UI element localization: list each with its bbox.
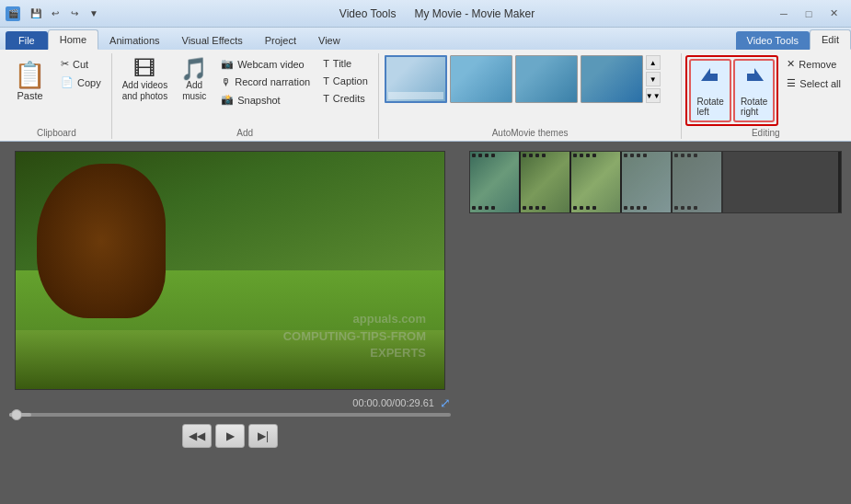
sprocket-bottom-4	[624, 206, 669, 211]
next-frame-button[interactable]: ▶|	[248, 424, 278, 448]
video-canvas[interactable]: appuals.com COMPUTING-TIPS-FROM EXPERTS	[15, 151, 445, 390]
cut-icon: ✂	[61, 58, 69, 70]
film-strip	[470, 152, 723, 212]
window-controls: ─ □ ✕	[772, 5, 845, 23]
add-videos-icon: 🎞	[133, 58, 155, 80]
rotate-right-button[interactable]: Rotate right	[733, 59, 775, 122]
svg-marker-0	[701, 68, 710, 81]
webcam-button[interactable]: 📷 Webcam video	[216, 55, 315, 73]
title-button[interactable]: T Title	[318, 55, 373, 72]
add-music-label: Add music	[182, 80, 206, 102]
video-preview: appuals.com COMPUTING-TIPS-FROM EXPERTS …	[0, 142, 460, 504]
time-display: 00:00.00/00:29.61 ⤢	[9, 395, 451, 410]
more-button[interactable]: ▼	[86, 6, 102, 22]
minimize-button[interactable]: ─	[772, 5, 796, 23]
credits-label: Credits	[333, 93, 365, 104]
caption-button[interactable]: T Caption	[318, 73, 373, 89]
sprocket-top-2	[523, 154, 568, 158]
tab-file[interactable]: File	[6, 31, 48, 50]
tab-view[interactable]: View	[307, 31, 351, 50]
sprocket-bottom-3	[573, 206, 618, 211]
credits-icon: T	[323, 93, 329, 104]
select-all-button[interactable]: ☰ Select all	[782, 74, 845, 92]
editing-content: Rotate left Rotate right ✕ Remove	[685, 55, 845, 126]
editing-right: ✕ Remove ☰ Select all	[782, 55, 845, 92]
tab-video-tools[interactable]: Video Tools	[736, 31, 810, 50]
select-all-icon: ☰	[787, 77, 796, 89]
title-label: Title	[333, 58, 351, 69]
automovie-label: AutoMovie themes	[385, 126, 676, 139]
themes-scroll-down[interactable]: ▼	[646, 72, 661, 86]
clipboard-label: Clipboard	[7, 126, 106, 139]
window-title: Video Tools My Movie - Movie Maker	[102, 7, 772, 20]
save-button[interactable]: 💾	[28, 6, 44, 22]
text-column: T Title T Caption T Credits	[318, 55, 373, 107]
expand-button[interactable]: ⤢	[440, 395, 451, 410]
play-button[interactable]: ▶	[215, 424, 245, 448]
record-label: Record narration	[235, 76, 310, 87]
record-narration-button[interactable]: 🎙 Record narration	[216, 74, 315, 90]
snapshot-label: Snapshot	[237, 95, 280, 106]
rewind-button[interactable]: ◀◀	[182, 424, 212, 448]
cut-label: Cut	[73, 59, 88, 70]
theme-2[interactable]	[450, 55, 512, 103]
clipboard-column: ✂ Cut 📄 Copy	[56, 55, 106, 91]
record-icon: 🎙	[221, 76, 231, 87]
rotate-right-label: Rotate right	[741, 97, 767, 117]
add-videos-label: Add videos and photos	[122, 80, 168, 102]
watermark-line2: COMPUTING-TIPS-FROM	[283, 328, 426, 345]
add-column: 📷 Webcam video 🎙 Record narration 📸 Snap…	[216, 55, 315, 109]
progress-thumb[interactable]	[11, 409, 22, 420]
add-label: Add	[118, 126, 373, 139]
film-frame-1	[470, 152, 521, 212]
film-frame-5	[673, 152, 723, 212]
title-bar-left: 🎬 💾 ↩ ↪ ▼	[6, 6, 102, 22]
theme-3[interactable]	[515, 55, 578, 103]
webcam-icon: 📷	[221, 58, 234, 70]
main-content: appuals.com COMPUTING-TIPS-FROM EXPERTS …	[0, 142, 851, 504]
redo-button[interactable]: ↪	[66, 6, 83, 22]
clipboard-content: 📋 Paste ✂ Cut 📄 Copy	[7, 55, 106, 126]
tab-edit[interactable]: Edit	[810, 29, 851, 50]
snapshot-button[interactable]: 📸 Snapshot	[216, 91, 315, 109]
close-button[interactable]: ✕	[822, 5, 845, 23]
credits-button[interactable]: T Credits	[318, 90, 373, 107]
clipboard-group: 📋 Paste ✂ Cut 📄 Copy Clipboard	[2, 53, 112, 139]
progress-bar[interactable]	[9, 413, 451, 417]
cut-button[interactable]: ✂ Cut	[56, 55, 106, 73]
rotate-left-button[interactable]: Rotate left	[689, 59, 730, 122]
themes-scroll-expand[interactable]: ▼▼	[646, 88, 661, 103]
themes-scroll-up[interactable]: ▲	[646, 55, 661, 70]
copy-icon: 📄	[61, 76, 74, 88]
theme-4[interactable]	[581, 55, 643, 103]
quick-access-toolbar: 💾 ↩ ↪ ▼	[28, 6, 102, 22]
caption-label: Caption	[333, 75, 368, 86]
app-icon: 🎬	[6, 6, 20, 21]
tab-project[interactable]: Project	[254, 31, 307, 50]
timeline-track[interactable]	[469, 151, 842, 213]
theme-1[interactable]	[385, 55, 447, 103]
paste-label: Paste	[17, 90, 42, 101]
remove-label: Remove	[799, 59, 836, 70]
automovie-group: ▲ ▼ ▼▼ AutoMovie themes	[379, 53, 683, 139]
sprocket-bottom-5	[674, 206, 719, 211]
title-icon: T	[323, 58, 329, 69]
add-videos-button[interactable]: 🎞 Add videos and photos	[118, 55, 173, 105]
svg-rect-3	[747, 74, 754, 81]
paste-button[interactable]: 📋 Paste	[7, 55, 52, 106]
rotate-left-label: Rotate left	[696, 97, 723, 117]
ribbon-tab-bar: File Home Animations Visual Effects Proj…	[0, 28, 851, 50]
sprocket-top-4	[624, 154, 669, 158]
tab-visual-effects[interactable]: Visual Effects	[171, 31, 254, 50]
copy-button[interactable]: 📄 Copy	[56, 74, 106, 91]
tab-animations[interactable]: Animations	[98, 31, 170, 50]
rotate-highlight-box: Rotate left Rotate right	[685, 55, 778, 126]
rotate-left-icon	[697, 64, 723, 97]
maximize-button[interactable]: □	[797, 5, 821, 23]
undo-button[interactable]: ↩	[47, 6, 63, 22]
remove-button[interactable]: ✕ Remove	[782, 55, 845, 73]
sprocket-bottom-1	[472, 206, 517, 211]
remove-icon: ✕	[787, 58, 795, 70]
tab-home[interactable]: Home	[48, 29, 98, 50]
add-music-button[interactable]: 🎵 Add music	[176, 55, 213, 105]
